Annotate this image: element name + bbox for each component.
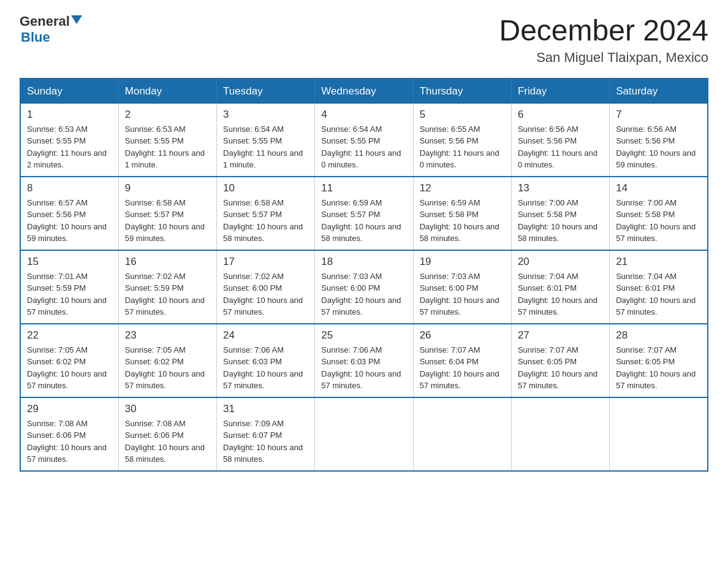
calendar-week-5: 29Sunrise: 7:08 AMSunset: 6:06 PMDayligh… [20, 397, 708, 471]
calendar-cell: 4Sunrise: 6:54 AMSunset: 5:55 PMDaylight… [315, 104, 413, 177]
calendar-cell: 15Sunrise: 7:01 AMSunset: 5:59 PMDayligh… [20, 250, 118, 324]
location: San Miguel Tlaixpan, Mexico [499, 50, 708, 66]
calendar-week-2: 8Sunrise: 6:57 AMSunset: 5:56 PMDaylight… [20, 177, 708, 250]
day-info: Sunrise: 7:08 AMSunset: 6:06 PMDaylight:… [125, 418, 210, 465]
day-info: Sunrise: 7:05 AMSunset: 6:02 PMDaylight:… [27, 344, 112, 392]
day-number: 11 [321, 182, 406, 194]
day-info: Sunrise: 6:53 AMSunset: 5:55 PMDaylight:… [125, 123, 210, 171]
calendar-table: SundayMondayTuesdayWednesdayThursdayFrid… [20, 78, 708, 472]
day-header-tuesday: Tuesday [217, 79, 315, 104]
logo: General Blue [20, 15, 82, 45]
day-header-sunday: Sunday [20, 79, 118, 104]
calendar-week-4: 22Sunrise: 7:05 AMSunset: 6:02 PMDayligh… [20, 324, 708, 397]
day-info: Sunrise: 7:07 AMSunset: 6:04 PMDaylight:… [420, 344, 505, 392]
day-number: 22 [27, 329, 112, 342]
day-number: 2 [125, 109, 210, 121]
day-number: 13 [518, 182, 603, 194]
calendar-cell: 23Sunrise: 7:05 AMSunset: 6:02 PMDayligh… [118, 324, 216, 397]
title-section: December 2024 San Miguel Tlaixpan, Mexic… [499, 15, 708, 66]
calendar-cell: 11Sunrise: 6:59 AMSunset: 5:57 PMDayligh… [315, 177, 413, 250]
day-info: Sunrise: 6:55 AMSunset: 5:56 PMDaylight:… [420, 123, 505, 171]
day-header-wednesday: Wednesday [315, 79, 413, 104]
day-info: Sunrise: 7:07 AMSunset: 6:05 PMDaylight:… [518, 344, 603, 392]
day-number: 3 [223, 109, 308, 121]
day-info: Sunrise: 7:06 AMSunset: 6:03 PMDaylight:… [321, 344, 406, 392]
day-info: Sunrise: 7:09 AMSunset: 6:07 PMDaylight:… [223, 418, 308, 465]
day-number: 5 [420, 109, 505, 121]
calendar-cell [610, 397, 708, 471]
month-title: December 2024 [499, 15, 708, 47]
day-number: 21 [616, 256, 701, 268]
day-number: 14 [616, 182, 701, 194]
day-info: Sunrise: 6:59 AMSunset: 5:57 PMDaylight:… [321, 197, 406, 245]
day-info: Sunrise: 7:02 AMSunset: 6:00 PMDaylight:… [223, 270, 308, 318]
day-number: 24 [223, 329, 308, 342]
day-info: Sunrise: 6:53 AMSunset: 5:55 PMDaylight:… [27, 123, 112, 171]
calendar-cell: 30Sunrise: 7:08 AMSunset: 6:06 PMDayligh… [118, 397, 216, 471]
calendar-cell: 1Sunrise: 6:53 AMSunset: 5:55 PMDaylight… [20, 104, 118, 177]
calendar-body: 1Sunrise: 6:53 AMSunset: 5:55 PMDaylight… [20, 104, 708, 471]
calendar-cell: 3Sunrise: 6:54 AMSunset: 5:55 PMDaylight… [217, 104, 315, 177]
day-number: 19 [420, 256, 505, 268]
calendar-cell: 25Sunrise: 7:06 AMSunset: 6:03 PMDayligh… [315, 324, 413, 397]
calendar-cell: 18Sunrise: 7:03 AMSunset: 6:00 PMDayligh… [315, 250, 413, 324]
day-info: Sunrise: 7:00 AMSunset: 5:58 PMDaylight:… [518, 197, 603, 245]
logo-triangle-icon [71, 15, 82, 24]
day-number: 12 [420, 182, 505, 194]
day-info: Sunrise: 7:05 AMSunset: 6:02 PMDaylight:… [125, 344, 210, 392]
day-info: Sunrise: 6:54 AMSunset: 5:55 PMDaylight:… [223, 123, 308, 171]
day-info: Sunrise: 6:58 AMSunset: 5:57 PMDaylight:… [125, 197, 210, 245]
day-info: Sunrise: 7:06 AMSunset: 6:03 PMDaylight:… [223, 344, 308, 392]
day-info: Sunrise: 7:03 AMSunset: 6:00 PMDaylight:… [321, 270, 406, 318]
day-info: Sunrise: 7:01 AMSunset: 5:59 PMDaylight:… [27, 270, 112, 318]
calendar-cell: 16Sunrise: 7:02 AMSunset: 5:59 PMDayligh… [118, 250, 216, 324]
day-number: 15 [27, 256, 112, 268]
day-info: Sunrise: 6:57 AMSunset: 5:56 PMDaylight:… [27, 197, 112, 245]
day-number: 31 [223, 403, 308, 415]
day-info: Sunrise: 7:02 AMSunset: 5:59 PMDaylight:… [125, 270, 210, 318]
calendar-cell: 21Sunrise: 7:04 AMSunset: 6:01 PMDayligh… [610, 250, 708, 324]
calendar-cell [511, 397, 609, 471]
day-info: Sunrise: 7:00 AMSunset: 5:58 PMDaylight:… [616, 197, 701, 245]
calendar-cell: 7Sunrise: 6:56 AMSunset: 5:56 PMDaylight… [610, 104, 708, 177]
calendar-cell: 20Sunrise: 7:04 AMSunset: 6:01 PMDayligh… [511, 250, 609, 324]
calendar-week-3: 15Sunrise: 7:01 AMSunset: 5:59 PMDayligh… [20, 250, 708, 324]
calendar-cell: 14Sunrise: 7:00 AMSunset: 5:58 PMDayligh… [610, 177, 708, 250]
day-number: 7 [616, 109, 701, 121]
logo-general: General [20, 15, 70, 28]
day-number: 28 [616, 329, 701, 342]
day-header-friday: Friday [511, 79, 609, 104]
day-number: 17 [223, 256, 308, 268]
day-number: 1 [27, 109, 112, 121]
day-number: 26 [420, 329, 505, 342]
day-info: Sunrise: 6:54 AMSunset: 5:55 PMDaylight:… [321, 123, 406, 171]
calendar-cell: 10Sunrise: 6:58 AMSunset: 5:57 PMDayligh… [217, 177, 315, 250]
page-header: General Blue December 2024 San Miguel Tl… [20, 15, 708, 66]
calendar-cell: 8Sunrise: 6:57 AMSunset: 5:56 PMDaylight… [20, 177, 118, 250]
calendar-cell: 12Sunrise: 6:59 AMSunset: 5:58 PMDayligh… [413, 177, 511, 250]
day-number: 25 [321, 329, 406, 342]
day-info: Sunrise: 6:56 AMSunset: 5:56 PMDaylight:… [616, 123, 701, 171]
day-info: Sunrise: 7:07 AMSunset: 6:05 PMDaylight:… [616, 344, 701, 392]
day-number: 18 [321, 256, 406, 268]
day-number: 6 [518, 109, 603, 121]
day-number: 27 [518, 329, 603, 342]
calendar-cell [413, 397, 511, 471]
day-number: 8 [27, 182, 112, 194]
day-number: 23 [125, 329, 210, 342]
calendar-cell: 2Sunrise: 6:53 AMSunset: 5:55 PMDaylight… [118, 104, 216, 177]
day-info: Sunrise: 7:08 AMSunset: 6:06 PMDaylight:… [27, 418, 112, 465]
calendar-cell [315, 397, 413, 471]
day-number: 4 [321, 109, 406, 121]
day-header-monday: Monday [118, 79, 216, 104]
day-number: 20 [518, 256, 603, 268]
calendar-cell: 29Sunrise: 7:08 AMSunset: 6:06 PMDayligh… [20, 397, 118, 471]
calendar-week-1: 1Sunrise: 6:53 AMSunset: 5:55 PMDaylight… [20, 104, 708, 177]
calendar-cell: 31Sunrise: 7:09 AMSunset: 6:07 PMDayligh… [217, 397, 315, 471]
calendar-cell: 26Sunrise: 7:07 AMSunset: 6:04 PMDayligh… [413, 324, 511, 397]
calendar-cell: 24Sunrise: 7:06 AMSunset: 6:03 PMDayligh… [217, 324, 315, 397]
day-info: Sunrise: 7:04 AMSunset: 6:01 PMDaylight:… [616, 270, 701, 318]
day-number: 30 [125, 403, 210, 415]
calendar-cell: 27Sunrise: 7:07 AMSunset: 6:05 PMDayligh… [511, 324, 609, 397]
day-info: Sunrise: 7:03 AMSunset: 6:00 PMDaylight:… [420, 270, 505, 318]
